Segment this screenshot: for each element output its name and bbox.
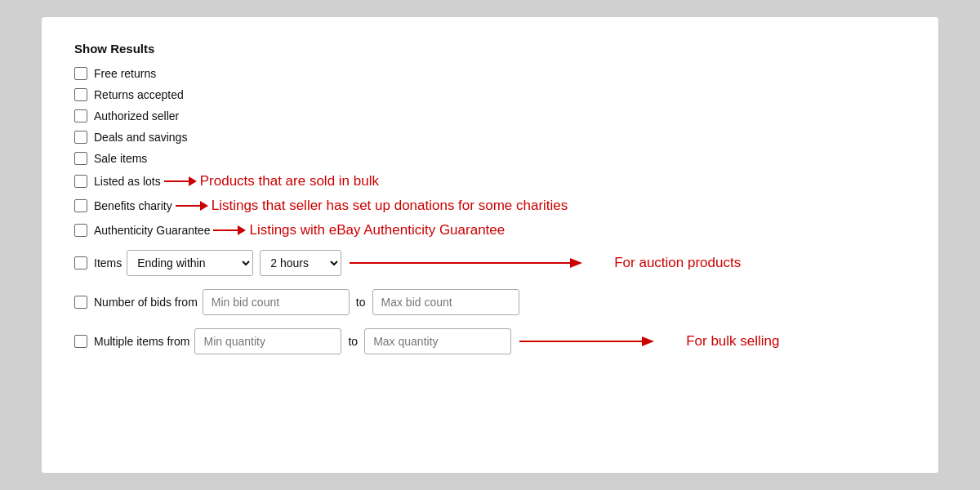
max-quantity-input[interactable] [364,328,511,354]
checkbox-free-returns[interactable]: Free returns [74,67,906,80]
checkbox-sale-items[interactable]: Sale items [74,152,906,165]
checkbox-authorized-seller[interactable]: Authorized seller [74,109,906,122]
bids-row: Number of bids from to [74,289,906,315]
max-bid-input[interactable] [372,289,519,315]
checkbox-authenticity-guarantee[interactable]: Authenticity Guarantee Listings with eBa… [74,222,906,238]
deals-savings-checkbox[interactable] [74,131,87,144]
deals-savings-label[interactable]: Deals and savings [94,131,187,144]
benefits-charity-label[interactable]: Benefits charity [94,199,172,212]
items-label[interactable]: Items [94,256,122,270]
bids-to-label: to [356,296,366,309]
auction-annotation-text: For auction products [614,255,741,271]
multiple-items-label: Multiple items from [94,335,189,348]
bulk-arrow-svg [519,325,683,358]
min-quantity-input[interactable] [194,328,341,354]
svg-marker-1 [570,258,582,268]
items-row: Items Ending within 2 hours For auction … [74,247,906,279]
checkbox-benefits-charity[interactable]: Benefits charity Listings that seller ha… [74,198,906,214]
benefits-charity-checkbox[interactable] [74,199,87,212]
sale-items-checkbox[interactable] [74,152,87,165]
items-checkbox[interactable] [74,256,87,270]
arrow-icon [213,225,246,236]
ending-within-dropdown[interactable]: Ending within [127,250,253,276]
bids-label: Number of bids from [94,296,198,309]
checkbox-deals-savings[interactable]: Deals and savings [74,131,906,144]
listed-as-lots-label[interactable]: Listed as lots [94,175,161,188]
filter-card: Show Results Free returns Returns accept… [41,16,939,474]
min-bid-input[interactable] [203,289,350,315]
authenticity-guarantee-checkbox[interactable] [74,224,87,237]
authorized-seller-label[interactable]: Authorized seller [94,109,179,122]
returns-accepted-checkbox[interactable] [74,88,87,101]
checkbox-listed-as-lots[interactable]: Listed as lots Products that are sold in… [74,173,906,189]
free-returns-checkbox[interactable] [74,67,87,80]
arrow-icon [176,200,208,212]
arrow-icon [164,176,197,187]
listed-as-lots-annotation: Products that are sold in bulk [164,173,379,189]
svg-marker-3 [642,336,654,346]
free-returns-label[interactable]: Free returns [94,67,156,80]
bulk-annotation-text: For bulk selling [686,333,779,350]
authenticity-guarantee-label[interactable]: Authenticity Guarantee [94,224,210,237]
section-title: Show Results [74,42,906,56]
multiple-items-row: Multiple items from to For bulk selling [74,325,906,358]
hours-dropdown[interactable]: 2 hours [260,250,341,276]
num-bids-checkbox[interactable] [74,296,87,309]
benefits-charity-annotation: Listings that seller has set up donation… [176,198,568,214]
multiple-to-label: to [348,335,358,348]
checkbox-returns-accepted[interactable]: Returns accepted [74,88,906,101]
returns-accepted-label[interactable]: Returns accepted [94,88,184,101]
listed-as-lots-checkbox[interactable] [74,175,87,188]
sale-items-label[interactable]: Sale items [94,152,147,165]
authenticity-guarantee-annotation: Listings with eBay Authenticity Guarante… [213,222,505,238]
auction-arrow-svg [350,247,611,279]
authorized-seller-checkbox[interactable] [74,109,87,122]
multiple-items-checkbox[interactable] [74,335,87,348]
